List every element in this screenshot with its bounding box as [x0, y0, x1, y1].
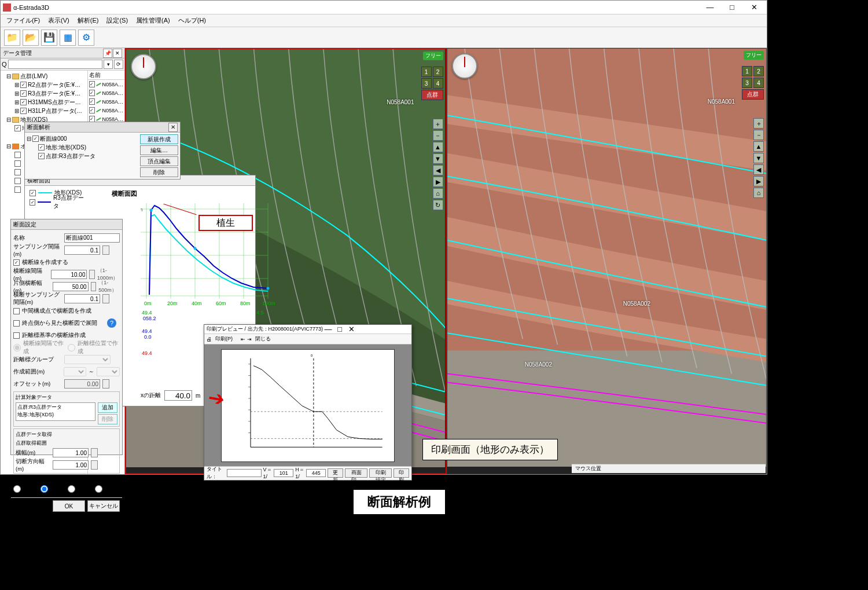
zoom-in-icon[interactable]: ＋ — [433, 119, 443, 129]
edit-button[interactable]: 編集… — [140, 145, 178, 155]
zoom-out-icon[interactable]: － — [433, 130, 443, 141]
pf-title-input[interactable] — [227, 469, 262, 477]
vertex-button[interactable]: 頂点編集 — [140, 156, 178, 166]
nav-right-icon[interactable]: ▶ — [753, 176, 764, 186]
spinner-icon[interactable] — [102, 245, 109, 255]
save-icon[interactable]: 💾 — [41, 30, 57, 46]
pf-h-input[interactable] — [306, 469, 326, 477]
dir-input[interactable] — [53, 460, 89, 470]
cross-int-input[interactable] — [51, 270, 87, 279]
menu-attributes[interactable]: 属性管理(A) — [133, 15, 174, 26]
nav-up-icon[interactable]: ▲ — [433, 142, 443, 152]
open-icon[interactable]: 📁 — [4, 30, 20, 46]
cancel-button[interactable]: キャンセル — [87, 500, 120, 512]
menu-file[interactable]: ファイル(F) — [3, 15, 43, 26]
mid-check[interactable] — [13, 308, 20, 314]
spinner-icon[interactable] — [89, 270, 94, 279]
width-input[interactable] — [53, 448, 89, 457]
vc-3[interactable]: 3 — [421, 78, 432, 89]
name-item[interactable]: N058A… — [102, 116, 123, 122]
section-tree-item[interactable]: 地形:地形(XDS) — [46, 144, 86, 152]
list-item[interactable]: 点群:R3点群データ — [17, 404, 94, 411]
cross-samp-input[interactable] — [64, 294, 100, 303]
page-button[interactable]: 画面印… — [345, 468, 367, 478]
close-icon[interactable]: ✕ — [168, 123, 178, 132]
nav-home-icon[interactable]: ⌂ — [753, 188, 764, 198]
print-tb-print[interactable]: 印刷(P) — [215, 335, 233, 343]
vc-4[interactable]: 4 — [753, 78, 764, 88]
ok-button[interactable]: OK — [53, 500, 85, 512]
x-icon[interactable]: ✕ — [113, 49, 122, 58]
spinner-icon[interactable] — [91, 460, 98, 470]
nav-home-icon[interactable]: ⌂ — [433, 188, 443, 199]
print-button[interactable]: 印刷 — [393, 468, 409, 478]
new-button[interactable]: 新規作成 — [140, 134, 178, 144]
name-item[interactable]: N058A… — [102, 99, 123, 105]
spinner-icon[interactable] — [102, 294, 109, 303]
update-button[interactable]: 更新 — [328, 468, 343, 478]
nav-down-icon[interactable]: ▼ — [753, 153, 764, 163]
nav-up-icon[interactable]: ▲ — [753, 141, 764, 152]
close-button[interactable]: ✕ — [346, 325, 356, 334]
nav-right-icon[interactable]: ▶ — [433, 177, 443, 187]
name-item[interactable]: N058A… — [102, 82, 123, 87]
add-button[interactable]: 追加 — [98, 402, 117, 413]
section-tree-root[interactable]: 断面線000 — [40, 135, 67, 143]
tree-item[interactable]: R3点群データ(E:¥… — [28, 90, 80, 98]
tree-root[interactable]: 点群(LMV) — [20, 72, 47, 80]
pin-icon[interactable]: 📌 — [103, 49, 112, 58]
nav-down-icon[interactable]: ▼ — [433, 153, 443, 164]
tree-item[interactable]: H31LP点群データ(… — [28, 107, 82, 115]
radio-max[interactable] — [68, 485, 75, 493]
delete-button[interactable]: 削除 — [140, 167, 178, 177]
close-button[interactable]: ✕ — [744, 2, 764, 13]
dist-std-check[interactable] — [13, 332, 20, 339]
menu-help[interactable]: ヘルプ(H) — [175, 15, 209, 26]
spinner-icon[interactable] — [91, 282, 97, 291]
menu-settings[interactable]: 設定(S) — [103, 15, 131, 26]
radio-med[interactable] — [95, 485, 102, 493]
compass-icon[interactable] — [452, 53, 477, 79]
print-icon[interactable]: 🖨 — [207, 336, 212, 342]
section-tree-item[interactable]: 点群:R3点群データ — [46, 152, 95, 160]
name-item[interactable]: N058A… — [102, 108, 123, 113]
setup-button[interactable]: 印刷設定 — [369, 468, 392, 478]
point-badge[interactable]: 点群 — [421, 90, 443, 100]
radio-min[interactable] — [41, 485, 48, 493]
list-item[interactable]: 地形:地形(XDS) — [17, 411, 94, 419]
vc-2[interactable]: 2 — [753, 66, 764, 76]
dist-input[interactable] — [164, 390, 192, 401]
menu-view[interactable]: 表示(V) — [45, 15, 73, 26]
nav-rot-icon[interactable]: ↻ — [433, 200, 443, 210]
pf-v-input[interactable] — [274, 469, 293, 477]
vc-1[interactable]: 1 — [742, 66, 752, 76]
maximize-button[interactable]: □ — [334, 325, 345, 334]
point-badge[interactable]: 点群 — [742, 89, 764, 100]
tree-item[interactable]: R2点群データ(E:¥… — [28, 81, 80, 89]
menu-analysis[interactable]: 解析(E) — [74, 15, 102, 26]
vc-1[interactable]: 1 — [421, 67, 432, 77]
help-icon[interactable]: ? — [107, 318, 116, 328]
name-item[interactable]: N058A… — [102, 90, 123, 96]
zoom-in-icon[interactable]: ＋ — [753, 118, 764, 129]
minimize-button[interactable]: — — [323, 325, 333, 334]
nav-left-icon[interactable]: ◀ — [433, 165, 443, 175]
open2-icon[interactable]: 📂 — [23, 30, 39, 46]
name-input[interactable] — [64, 233, 120, 243]
legend-check[interactable] — [30, 190, 36, 196]
end-check[interactable] — [13, 320, 20, 327]
layers-icon[interactable]: ▦ — [60, 30, 76, 46]
compass-icon[interactable] — [131, 54, 156, 79]
vc-2[interactable]: 2 — [433, 67, 443, 77]
tree-item[interactable]: H31MMS点群デー… — [28, 98, 81, 107]
half-width-input[interactable] — [53, 282, 89, 291]
maximize-button[interactable]: □ — [722, 2, 742, 13]
filter-icon[interactable]: ▾ — [104, 60, 113, 69]
spinner-icon[interactable] — [91, 448, 98, 457]
vc-4[interactable]: 4 — [433, 78, 443, 89]
view-right[interactable]: フリー 12 34 点群 ＋ － ▲ ▼ ◀ ▶ ⌂ N058A001 N058… — [447, 48, 767, 474]
search-input[interactable] — [8, 60, 102, 69]
radio-avg[interactable] — [13, 485, 21, 493]
legend-check[interactable] — [30, 199, 35, 206]
gear-icon[interactable]: ⚙ — [78, 30, 94, 46]
